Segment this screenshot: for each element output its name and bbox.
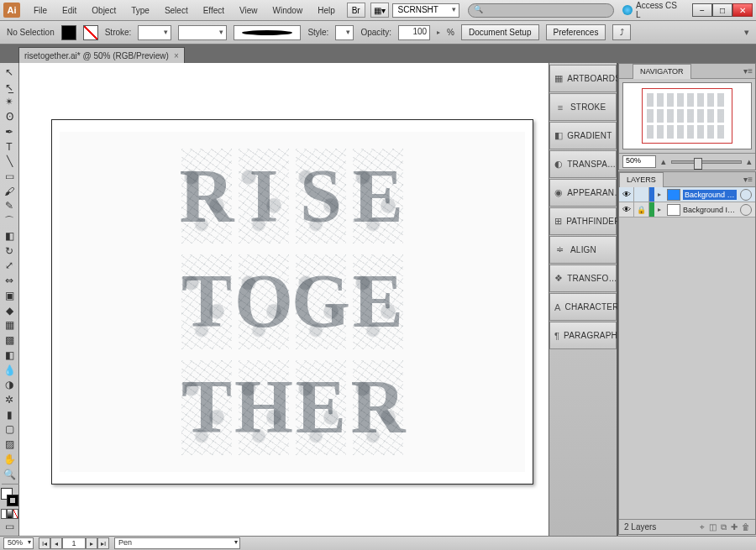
align-to-button[interactable]: ⤴ — [612, 24, 631, 40]
window-maximize-button[interactable]: □ — [712, 3, 732, 17]
workspace-switcher[interactable]: SCRNSHT — [392, 3, 459, 18]
dock-gradient[interactable]: ◧GRADIENT — [549, 122, 617, 149]
shape-builder-tool[interactable]: ◆ — [1, 303, 18, 318]
gradient-tool[interactable]: ◧ — [1, 348, 18, 363]
dock-artboards[interactable]: ▦ARTBOARDS — [549, 65, 617, 92]
menu-edit[interactable]: Edit — [55, 3, 83, 18]
paintbrush-tool[interactable]: 🖌 — [1, 184, 18, 199]
access-cs-live[interactable]: Access CS L — [622, 1, 684, 19]
preferences-button[interactable]: Preferences — [546, 24, 606, 40]
document-tab-close-icon[interactable]: × — [174, 51, 179, 60]
stroke-weight-dropdown[interactable] — [138, 25, 171, 40]
fill-swatch[interactable] — [61, 25, 76, 40]
fill-stroke-indicator[interactable] — [1, 488, 18, 505]
symbol-sprayer-tool[interactable]: ✲ — [1, 392, 18, 407]
eyedropper-tool[interactable]: 💧 — [1, 363, 18, 378]
eraser-tool[interactable]: ◧ — [1, 228, 18, 244]
hand-tool[interactable]: ✋ — [1, 452, 18, 467]
layer-expand-icon[interactable]: ▸ — [654, 191, 664, 198]
color-modes[interactable] — [1, 509, 18, 519]
visibility-toggle-icon[interactable]: 👁 — [619, 187, 634, 202]
menu-file[interactable]: File — [27, 3, 54, 18]
artboard-number-input[interactable]: 1 — [62, 537, 86, 549]
menu-select[interactable]: Select — [158, 3, 195, 18]
pencil-tool[interactable]: ✎ — [1, 199, 18, 214]
navigator-zoom-input[interactable]: 50% — [622, 155, 656, 168]
screen-mode-tool[interactable]: ▭ — [1, 519, 18, 534]
dock-pathfinder[interactable]: ⊞PATHFINDER — [549, 207, 617, 235]
rotate-tool[interactable]: ↻ — [1, 244, 18, 259]
layer-target-icon[interactable] — [740, 189, 752, 201]
stroke-swatch[interactable] — [83, 25, 98, 40]
menu-help[interactable]: Help — [311, 3, 342, 18]
status-zoom-dropdown[interactable]: 50% — [3, 537, 34, 549]
layer-target-icon[interactable] — [740, 204, 752, 216]
search-input[interactable] — [468, 3, 614, 18]
navigator-panel-menu-icon[interactable]: ▾≡ — [743, 66, 753, 76]
artboard-next-button[interactable]: ▸ — [86, 537, 97, 549]
navigator-tab[interactable]: NAVIGATOR — [633, 64, 691, 79]
menu-type[interactable]: Type — [124, 3, 156, 18]
perspective-grid-tool[interactable]: ▦ — [1, 317, 18, 333]
column-graph-tool[interactable]: ▮ — [1, 407, 18, 422]
dock-stroke[interactable]: ≡STROKE — [549, 93, 617, 121]
zoom-out-icon[interactable]: ▴ — [661, 156, 666, 167]
zoom-in-icon[interactable]: ▴ — [747, 156, 752, 167]
artboard-first-button[interactable]: I◂ — [39, 537, 50, 549]
graphic-style-dropdown[interactable] — [335, 25, 354, 40]
lock-toggle-icon[interactable] — [634, 187, 649, 202]
new-sublayer-icon[interactable]: ⧉ — [721, 522, 727, 532]
menu-view[interactable]: View — [233, 3, 265, 18]
width-tool[interactable]: ⇔ — [1, 273, 18, 288]
layers-tab[interactable]: LAYERS — [619, 172, 664, 187]
layer-row[interactable]: 👁 🔒 ▸ Background Image — [619, 202, 755, 217]
status-tool-dropdown[interactable]: Pen — [114, 537, 240, 549]
blend-tool[interactable]: ◑ — [1, 377, 18, 392]
blob-brush-tool[interactable]: ⌒ — [1, 213, 18, 228]
dock-character[interactable]: ACHARACTER — [549, 293, 617, 321]
make-clipping-mask-icon[interactable]: ◫ — [709, 522, 717, 532]
artboard-tool[interactable]: ▢ — [1, 422, 18, 437]
dock-align[interactable]: ≑ALIGN — [549, 236, 617, 264]
window-close-button[interactable]: ✕ — [732, 3, 753, 17]
bridge-button[interactable]: Br — [347, 3, 365, 18]
window-minimize-button[interactable]: − — [692, 3, 712, 17]
direct-selection-tool[interactable]: ↖̲ — [1, 80, 18, 95]
document-setup-button[interactable]: Document Setup — [461, 24, 539, 40]
layer-row[interactable]: 👁 ▸ Background co… — [619, 187, 755, 202]
stroke-profile-dropdown[interactable] — [178, 25, 227, 40]
layer-name[interactable]: Background Image — [683, 206, 737, 214]
mesh-tool[interactable]: ▩ — [1, 333, 18, 348]
lasso-tool[interactable]: ʘ — [1, 109, 18, 124]
layer-name[interactable]: Background co… — [683, 190, 737, 200]
delete-layer-icon[interactable]: 🗑 — [742, 522, 750, 532]
free-transform-tool[interactable]: ▣ — [1, 288, 18, 303]
pen-tool[interactable]: ✒ — [1, 124, 18, 139]
dock-transform[interactable]: ❖TRANSFO… — [549, 265, 617, 292]
magic-wand-tool[interactable]: ✴ — [1, 94, 18, 109]
new-layer-icon[interactable]: ✚ — [731, 522, 738, 532]
menu-window[interactable]: Window — [266, 3, 310, 18]
brush-dropdown[interactable] — [234, 25, 301, 40]
layer-expand-icon[interactable]: ▸ — [654, 206, 664, 213]
type-tool[interactable]: T — [1, 139, 18, 155]
menu-object[interactable]: Object — [85, 3, 123, 18]
locate-object-icon[interactable]: ⌖ — [700, 522, 705, 532]
selection-tool[interactable]: ↖ — [1, 65, 18, 80]
dock-appearance[interactable]: ◉APPEARAN… — [549, 179, 617, 207]
layers-panel-menu-icon[interactable]: ▾≡ — [743, 175, 753, 184]
controlbar-collapse-icon[interactable]: ▾ — [744, 27, 749, 38]
navigator-zoom-slider[interactable] — [671, 160, 742, 164]
document-tab[interactable]: risetogether.ai* @ 50% (RGB/Preview) × — [18, 47, 185, 63]
lock-toggle-icon[interactable]: 🔒 — [634, 202, 649, 217]
scale-tool[interactable]: ⤢ — [1, 259, 18, 274]
zoom-tool[interactable]: 🔍 — [1, 467, 18, 482]
navigator-thumbnail[interactable] — [622, 82, 752, 149]
artboard-prev-button[interactable]: ◂ — [50, 537, 62, 549]
dock-paragraph[interactable]: ¶PARAGRAPH — [549, 322, 617, 349]
slice-tool[interactable]: ▨ — [1, 437, 18, 452]
menu-effect[interactable]: Effect — [197, 3, 231, 18]
visibility-toggle-icon[interactable]: 👁 — [619, 202, 634, 217]
artboard-last-button[interactable]: ▸I — [97, 537, 109, 549]
line-segment-tool[interactable]: ╲ — [1, 154, 18, 169]
